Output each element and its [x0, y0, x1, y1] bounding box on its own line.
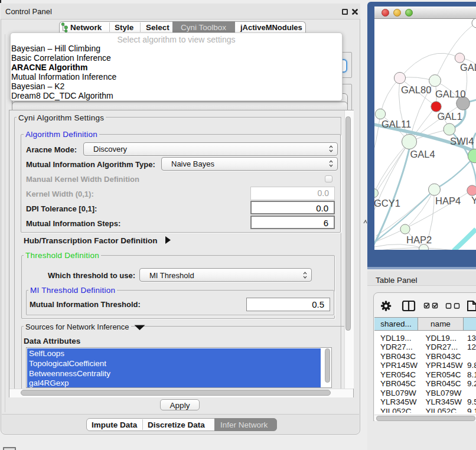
svg-text:Y: Y	[471, 195, 476, 206]
svg-text:SWI4: SWI4	[450, 136, 474, 146]
svg-text:HAP4: HAP4	[435, 195, 461, 206]
svg-text:HAP2: HAP2	[406, 234, 432, 245]
svg-text:GAL10: GAL10	[435, 89, 465, 99]
svg-text:GAL1: GAL1	[438, 111, 462, 122]
svg-text:GAL7: GAL7	[460, 62, 476, 73]
svg-text:GCY1: GCY1	[374, 198, 400, 208]
svg-text:GAL11: GAL11	[382, 119, 411, 129]
svg-text:GAL4: GAL4	[410, 149, 435, 159]
svg-text:GAL80: GAL80	[401, 84, 431, 95]
